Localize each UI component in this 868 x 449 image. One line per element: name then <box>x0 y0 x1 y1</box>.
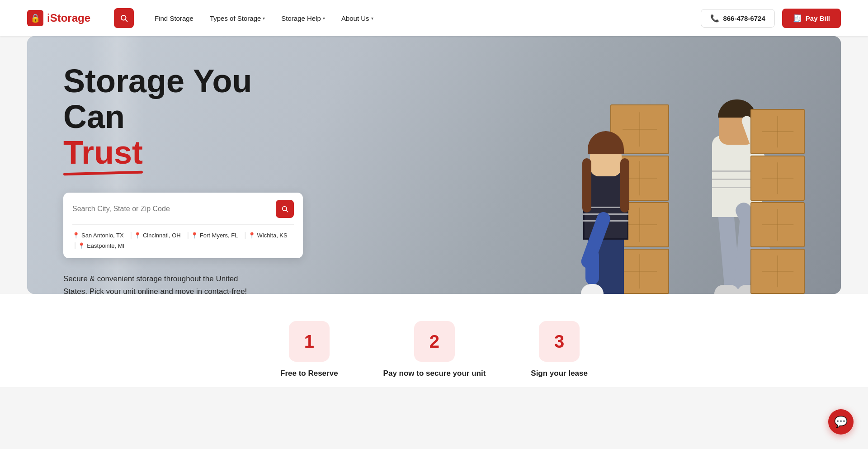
location-cincinnati[interactable]: 📍 Cincinnati, OH <box>134 230 185 241</box>
nav-links: Find Storage Types of Storage ▾ Storage … <box>148 11 686 26</box>
step-3-label: Sign your lease <box>531 369 588 378</box>
location-links: 📍 San Antonio, TX | 📍 Cincinnati, OH | 📍… <box>72 225 294 251</box>
nav-find-storage[interactable]: Find Storage <box>148 11 200 26</box>
location-label: Cincinnati, OH <box>143 232 181 239</box>
phone-button[interactable]: 📞 866-478-6724 <box>701 9 774 28</box>
location-label: Wichita, KS <box>257 232 288 239</box>
chevron-down-icon: ▾ <box>263 16 265 21</box>
phone-icon: 📞 <box>710 14 719 23</box>
nav-storage-help[interactable]: Storage Help ▾ <box>275 11 331 26</box>
nav-types-of-storage[interactable]: Types of Storage ▾ <box>203 11 271 26</box>
separator: | <box>242 231 248 239</box>
bill-icon: 🧾 <box>793 14 802 23</box>
hero-title: Storage You Can Trust <box>63 63 316 171</box>
hero-section: Storage You Can Trust 📍 San Antonio, TX <box>27 36 841 294</box>
svg-line-1 <box>125 19 127 21</box>
step-3: 3 Sign your lease <box>531 321 588 378</box>
location-fort-myers[interactable]: 📍 Fort Myers, FL <box>191 230 243 241</box>
nav-right-actions: 📞 866-478-6724 🧾 Pay Bill <box>701 9 841 28</box>
pin-icon: 📍 <box>248 232 255 239</box>
pin-icon: 📍 <box>191 232 198 239</box>
step-2-number-wrapper: 2 <box>414 321 455 362</box>
steps-section: 1 Free to Reserve 2 Pay now to secure yo… <box>0 294 868 387</box>
separator: | <box>128 231 134 239</box>
search-row <box>72 200 294 225</box>
step-2: 2 Pay now to secure your unit <box>383 321 486 378</box>
step-2-number: 2 <box>429 331 439 352</box>
pay-bill-label: Pay Bill <box>806 14 830 22</box>
location-label: Eastpointe, MI <box>87 242 124 249</box>
nav-search-button[interactable] <box>114 8 134 28</box>
phone-number: 866-478-6724 <box>723 14 765 22</box>
search-input[interactable] <box>72 205 270 213</box>
location-san-antonio[interactable]: 📍 San Antonio, TX <box>72 230 128 241</box>
step-1-label: Free to Reserve <box>280 369 338 378</box>
step-3-number: 3 <box>554 331 564 352</box>
navbar: 🔒 iStorage Find Storage Types of Storage… <box>0 0 868 36</box>
nav-about-us[interactable]: About Us ▾ <box>335 11 380 26</box>
step-1-number-wrapper: 1 <box>289 321 330 362</box>
logo-icon: 🔒 <box>27 10 43 26</box>
chevron-down-icon: ▾ <box>323 16 325 21</box>
hero-content: Storage You Can Trust 📍 San Antonio, TX <box>27 36 841 294</box>
search-submit-button[interactable] <box>276 200 294 218</box>
pay-bill-button[interactable]: 🧾 Pay Bill <box>782 9 841 28</box>
separator: | <box>185 231 191 239</box>
step-1-number: 1 <box>304 331 314 352</box>
location-wichita[interactable]: 📍 Wichita, KS <box>248 230 292 241</box>
pin-icon: 📍 <box>72 232 80 239</box>
separator: | <box>72 241 78 250</box>
hero-title-trust: Trust <box>63 135 143 170</box>
pin-icon: 📍 <box>134 232 141 239</box>
pin-icon: 📍 <box>78 242 85 249</box>
trust-underline-decoration <box>63 170 143 175</box>
step-1: 1 Free to Reserve <box>280 321 338 378</box>
hero-tagline: Secure & convenient storage throughout t… <box>63 273 253 294</box>
location-eastpointe[interactable]: 📍 Eastpointe, MI <box>78 241 129 251</box>
hero-title-line1: Storage You Can <box>63 63 252 135</box>
chevron-down-icon: ▾ <box>371 16 373 21</box>
location-label: San Antonio, TX <box>81 232 124 239</box>
search-box: 📍 San Antonio, TX | 📍 Cincinnati, OH | 📍… <box>63 193 303 258</box>
svg-line-3 <box>286 210 288 212</box>
step-3-number-wrapper: 3 <box>539 321 580 362</box>
logo-link[interactable]: 🔒 iStorage <box>27 10 90 26</box>
step-2-label: Pay now to secure your unit <box>383 369 486 378</box>
logo-text: iStorage <box>47 12 90 24</box>
location-label: Fort Myers, FL <box>200 232 238 239</box>
